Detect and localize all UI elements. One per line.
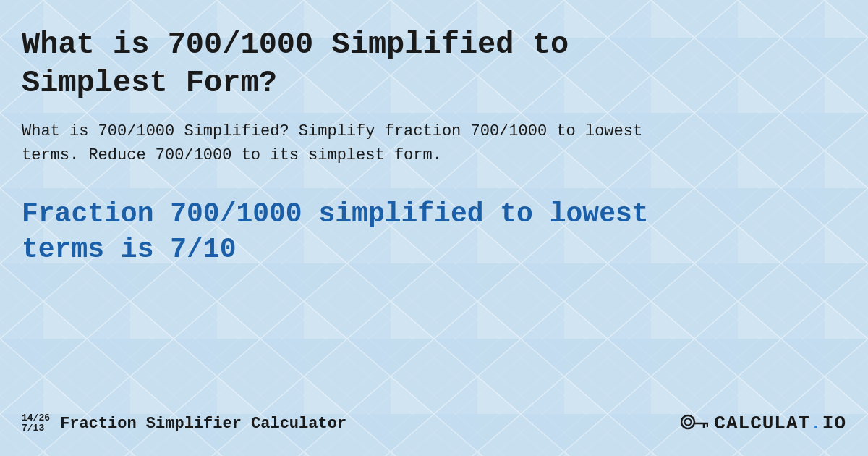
- key-icon: [681, 413, 708, 434]
- svg-point-10: [685, 419, 692, 426]
- result-text: Fraction 700/1000 simplified to lowest t…: [22, 196, 709, 268]
- fraction-bottom: 7/13: [22, 423, 50, 434]
- svg-point-9: [681, 415, 694, 428]
- calculator-name: Fraction Simplifier Calculator: [60, 415, 346, 433]
- footer: 14/26 7/13 Fraction Simplifier Calculato…: [22, 413, 846, 442]
- page-description: What is 700/1000 Simplified? Simplify fr…: [22, 119, 644, 167]
- footer-left: 14/26 7/13 Fraction Simplifier Calculato…: [22, 413, 346, 434]
- page-title: What is 700/1000 Simplified to Simplest …: [22, 26, 673, 102]
- logo-text: CALCULAT.IO: [714, 413, 846, 434]
- fraction-top: 14/26: [22, 413, 50, 423]
- logo: CALCULAT.IO: [681, 413, 846, 434]
- fraction-stack: 14/26 7/13: [22, 413, 50, 434]
